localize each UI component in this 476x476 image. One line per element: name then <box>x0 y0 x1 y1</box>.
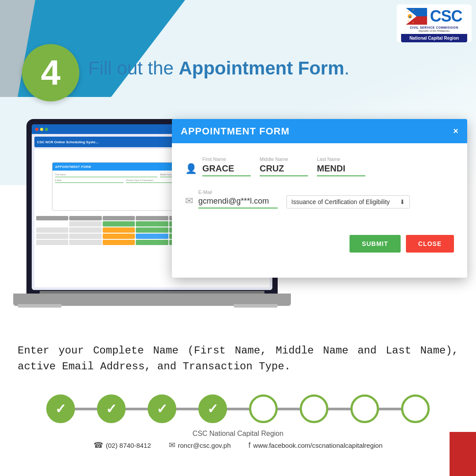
last-name-label: Last Name <box>317 156 365 162</box>
appointment-modal: APPOINTMENT FORM × 👤 First Name GRACE Mi… <box>172 119 467 278</box>
laptop-foot-left <box>18 304 62 308</box>
last-name-group: Last Name MENDI <box>317 156 365 176</box>
check-icon-4: ✓ <box>207 401 218 416</box>
cal-c23 <box>69 240 101 245</box>
cal-h2 <box>69 216 101 220</box>
mini-first-label: First Name <box>55 173 157 176</box>
ncr-badge: National Capital Region <box>401 34 467 42</box>
dot-green <box>45 128 48 131</box>
footer-phone: (02) 8740-8412 <box>106 442 151 449</box>
cal-c1 <box>36 221 68 227</box>
form-row-email-transaction: ✉ E-Mail gcmendi@g***l.com Issuance of C… <box>185 190 454 208</box>
progress-dot-7 <box>350 394 379 423</box>
submit-button[interactable]: SUBMIT <box>350 235 401 253</box>
progress-dots: ✓ ✓ ✓ ✓ <box>46 394 430 423</box>
progress-dot-5 <box>249 394 278 423</box>
logo-emblem: ★ ★ ★ ★ ★ CSC <box>401 8 467 25</box>
first-name-label: First Name <box>202 156 251 162</box>
dot-yellow <box>40 128 43 131</box>
footer-facebook-item: f www.facebook.com/cscnationalcapitalreg… <box>249 441 383 450</box>
cal-c22 <box>36 240 68 245</box>
modal-title: APPOINTMENT FORM <box>181 126 290 137</box>
cal-c16 <box>69 234 101 239</box>
logo-csc-letters: CSC <box>430 8 462 24</box>
progress-dot-1: ✓ <box>46 394 75 423</box>
cal-h1 <box>36 216 68 220</box>
footer-phone-item: ☎ (02) 8740-8412 <box>93 440 151 450</box>
logo-subtitle: CIVIL SERVICE COMMISSION <box>401 26 467 30</box>
progress-dot-8 <box>401 394 430 423</box>
logo-text-block: CSC <box>430 8 462 24</box>
footer-facebook: www.facebook.com/cscnationalcapitalregio… <box>253 442 383 449</box>
cal-c25 <box>136 240 168 245</box>
cal-c15 <box>36 234 68 239</box>
footer-email: roncr@csc.gov.ph <box>178 442 231 449</box>
mini-email-value <box>55 182 123 183</box>
modal-footer: SUBMIT CLOSE <box>172 235 467 261</box>
check-icon-3: ✓ <box>156 401 167 416</box>
email-group: E-Mail gcmendi@g***l.com <box>198 190 278 208</box>
email-label: E-Mail <box>198 190 278 195</box>
heading-bold: Appointment Form <box>178 58 344 78</box>
cal-c18 <box>136 234 168 239</box>
cal-c24 <box>103 240 135 245</box>
mini-form-title: APPOINTMENT FORM <box>55 165 91 168</box>
middle-name-value[interactable]: CRUZ <box>260 164 308 176</box>
email-value[interactable]: gcmendi@g***l.com <box>198 197 278 208</box>
email-field-group: ✉ E-Mail gcmendi@g***l.com <box>185 190 278 208</box>
instruction-text-area: Enter your Complete Name (First Name, Mi… <box>18 343 458 375</box>
first-name-field-group: 👤 First Name GRACE <box>185 156 251 176</box>
heading-suffix: . <box>344 58 350 78</box>
footer: CSC National Capital Region ☎ (02) 8740-… <box>0 430 476 450</box>
footer-org: CSC National Capital Region <box>193 430 283 438</box>
email-footer-icon: ✉ <box>169 440 175 450</box>
csc-logo: ★ ★ ★ ★ ★ CSC CIVIL SERVICE COMMISSION R… <box>397 4 472 42</box>
mini-first-name: First Name <box>55 173 157 177</box>
cal-c9 <box>69 227 101 233</box>
cal-c8 <box>36 227 68 233</box>
cal-h4 <box>136 216 168 220</box>
chevron-down-icon: ⬇ <box>400 198 405 205</box>
modal-body: 👤 First Name GRACE Middle Name CRUZ Last… <box>172 143 467 235</box>
step-number: 4 <box>41 55 61 90</box>
laptop-nav-text: CSC NCR Online Scheduling Syste... <box>37 140 98 144</box>
cal-c10 <box>103 227 135 233</box>
cal-c4 <box>136 221 168 227</box>
middle-name-label: Middle Name <box>260 156 308 162</box>
check-icon-1: ✓ <box>55 401 66 416</box>
last-name-value[interactable]: MENDI <box>317 164 365 176</box>
logo-republic: Republic of the Philippines <box>401 30 467 32</box>
modal-header: APPOINTMENT FORM × <box>172 119 467 143</box>
step-circle: 4 <box>22 44 79 101</box>
middle-name-group: Middle Name CRUZ <box>260 156 308 176</box>
heading-text: Fill out the Appointment Form. <box>88 57 350 79</box>
progress-area: ✓ ✓ ✓ ✓ <box>18 394 458 423</box>
cal-c3 <box>103 221 135 227</box>
first-name-group: First Name GRACE <box>202 156 251 176</box>
cal-h3 <box>103 216 135 220</box>
footer-email-item: ✉ roncr@csc.gov.ph <box>169 440 231 450</box>
svg-text:★: ★ <box>409 15 412 19</box>
dot-red <box>35 128 38 131</box>
main-heading: Fill out the Appointment Form. <box>88 57 350 79</box>
cal-c17 <box>103 234 135 239</box>
close-button[interactable]: CLOSE <box>406 235 454 253</box>
progress-dot-4: ✓ <box>198 394 227 423</box>
footer-contacts: ☎ (02) 8740-8412 ✉ roncr@csc.gov.ph f ww… <box>93 440 383 450</box>
modal-close-x-button[interactable]: × <box>453 126 458 136</box>
check-icon-2: ✓ <box>106 401 117 416</box>
cal-c2 <box>69 221 101 227</box>
person-icon: 👤 <box>185 163 197 175</box>
phone-icon: ☎ <box>93 440 103 450</box>
instruction-text: Enter your Complete Name (First Name, Mi… <box>18 343 458 375</box>
cal-c11 <box>136 227 168 233</box>
transaction-select-value: Issuance of Certification of Eligibility <box>291 198 390 205</box>
mini-email-label: E-Mail <box>55 179 123 182</box>
progress-dot-2: ✓ <box>97 394 126 423</box>
form-row-names: 👤 First Name GRACE Middle Name CRUZ Last… <box>185 156 454 176</box>
facebook-icon: f <box>249 441 251 450</box>
progress-dot-6 <box>300 394 328 423</box>
progress-dot-3: ✓ <box>148 394 176 423</box>
transaction-select[interactable]: Issuance of Certification of Eligibility… <box>286 195 410 208</box>
first-name-value[interactable]: GRACE <box>202 164 251 176</box>
